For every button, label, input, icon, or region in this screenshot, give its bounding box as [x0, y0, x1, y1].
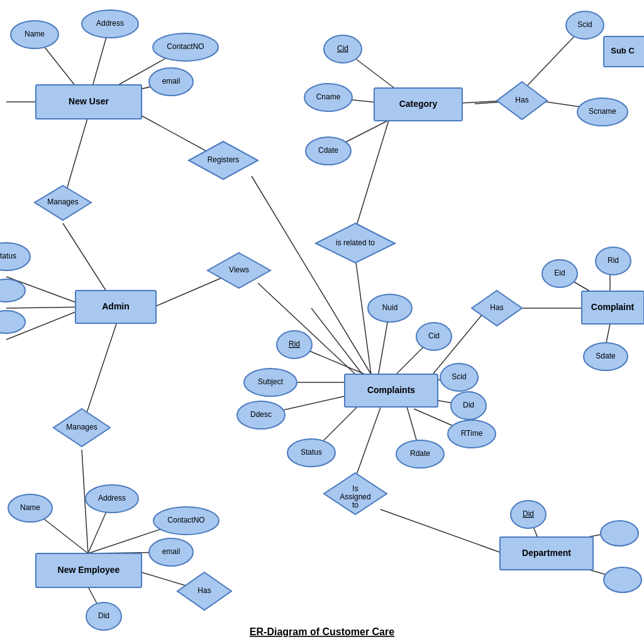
svg-line-26: [258, 283, 355, 374]
entity-new-user-label: New User: [69, 96, 109, 106]
svg-text:Address: Address: [96, 19, 124, 28]
attr-emp-did: Did: [86, 602, 121, 630]
svg-text:to: to: [352, 501, 358, 509]
svg-text:Assigned: Assigned: [340, 492, 370, 501]
svg-line-28: [311, 308, 365, 377]
entity-complaint-right-label: Complaint: [591, 302, 635, 312]
svg-text:Nuid: Nuid: [382, 303, 398, 312]
attr-emp-email: email: [149, 538, 193, 566]
attr-emp-contactno: ContactNO: [153, 507, 219, 535]
attr-comp-rtime: RTime: [448, 420, 496, 448]
svg-text:ContactNO: ContactNO: [167, 42, 204, 51]
attr-comp-nuid: Nuid: [368, 294, 412, 322]
svg-text:email: email: [162, 77, 180, 86]
relationship-views-label: Views: [229, 265, 249, 274]
relationship-is-related-to-label: is related to: [336, 238, 375, 247]
attr-scid-top: Scid: [566, 11, 604, 39]
relationship-is-assigned-to-label: Is: [352, 484, 358, 493]
attr-comp-subject: Subject: [244, 369, 297, 396]
svg-text:Address: Address: [98, 494, 126, 502]
svg-text:Scid: Scid: [577, 20, 592, 29]
svg-text:Did: Did: [523, 509, 534, 518]
svg-line-47: [355, 408, 380, 478]
entity-department: Department: [500, 537, 593, 570]
entity-new-employee: New Employee: [36, 553, 142, 587]
diagram-title: ER-Diagram of Customer Care: [250, 626, 394, 637]
entity-category: Category: [374, 88, 462, 121]
entity-new-user: New User: [36, 85, 142, 119]
relationship-has1-label: Has: [515, 96, 528, 104]
attr-cr-eid: Eid: [542, 260, 577, 287]
svg-point-81: [0, 311, 25, 333]
svg-text:RTime: RTime: [461, 429, 483, 438]
svg-text:Name: Name: [20, 503, 40, 512]
attr-comp-status: Status: [287, 439, 335, 467]
svg-text:Did: Did: [463, 401, 474, 409]
svg-text:status: status: [0, 252, 16, 260]
svg-text:Cid: Cid: [428, 331, 440, 340]
attr-admin-status: status: [0, 243, 30, 270]
entity-complaints-label: Complaints: [367, 385, 415, 395]
svg-text:Rid: Rid: [289, 340, 300, 348]
svg-text:email: email: [162, 547, 180, 556]
relationship-manages1: Manages: [35, 186, 91, 220]
svg-line-24: [355, 116, 390, 230]
entity-new-employee-label: New Employee: [58, 565, 120, 575]
attr-cr-rid: Rid: [596, 247, 631, 275]
attr-user-address: Address: [82, 10, 138, 38]
svg-text:Status: Status: [301, 448, 322, 457]
svg-point-122: [601, 521, 638, 546]
relationship-manages1-label: Manages: [47, 197, 78, 206]
svg-line-48: [380, 509, 503, 553]
relationship-is-related-to: is related to: [316, 223, 395, 263]
attr-comp-ddesc: Ddesc: [237, 401, 285, 429]
svg-text:Scname: Scname: [589, 107, 616, 116]
svg-text:Rid: Rid: [608, 256, 619, 265]
svg-text:Cname: Cname: [316, 92, 341, 101]
relationship-has3: Has: [177, 572, 231, 610]
attr-comp-scid: Scid: [440, 364, 478, 391]
attr-cat-cname: Cname: [304, 84, 352, 111]
svg-line-25: [355, 258, 371, 374]
svg-text:Sdate: Sdate: [596, 352, 616, 360]
svg-text:Scid: Scid: [452, 372, 466, 381]
attr-scname: Scname: [577, 98, 628, 126]
attr-dept-did: Did: [511, 501, 546, 528]
entity-category-label: Category: [399, 99, 438, 109]
attr-emp-name: Name: [8, 494, 52, 522]
relationship-has1: Has: [497, 82, 547, 119]
attr-comp-rdate: Rdate: [396, 440, 444, 468]
relationship-has3-label: Has: [197, 586, 211, 595]
relationship-manages2: Manages: [53, 409, 110, 447]
svg-text:Sub C: Sub C: [611, 46, 635, 55]
attr-cat-cid: Cid: [324, 35, 362, 63]
relationship-has2-label: Has: [490, 303, 503, 312]
relationship-views: Views: [208, 253, 270, 288]
entity-department-label: Department: [522, 548, 571, 558]
svg-text:Cid: Cid: [337, 44, 348, 53]
relationship-registers-label: Registers: [208, 155, 240, 164]
attr-comp-cid: Cid: [416, 323, 452, 350]
relationship-has2: Has: [472, 291, 522, 326]
entity-admin: Admin: [75, 291, 156, 323]
entity-complaint-right: Complaint: [582, 291, 644, 324]
relationship-manages2-label: Manages: [66, 423, 97, 431]
attr-user-email: email: [149, 68, 193, 96]
svg-text:Cdate: Cdate: [318, 146, 338, 155]
svg-text:ContactNO: ContactNO: [167, 516, 204, 525]
er-diagram: New User Admin New Employee Complaints C…: [0, 0, 644, 644]
attr-cr-sdate: Sdate: [584, 343, 628, 370]
svg-text:Rdate: Rdate: [410, 449, 430, 458]
svg-text:Eid: Eid: [554, 269, 565, 277]
svg-text:Ddesc: Ddesc: [250, 410, 272, 419]
attr-comp-did: Did: [451, 392, 486, 419]
attr-user-contactno: ContactNO: [153, 33, 218, 61]
svg-text:Did: Did: [98, 611, 109, 620]
svg-text:Subject: Subject: [258, 377, 284, 386]
entity-complaints: Complaints: [345, 374, 438, 407]
entity-admin-label: Admin: [102, 301, 130, 311]
relationship-is-assigned-to: Is Assigned to: [324, 473, 387, 514]
attr-comp-rid: Rid: [277, 331, 312, 358]
svg-text:Name: Name: [25, 30, 45, 38]
attr-cat-cdate: Cdate: [306, 137, 351, 165]
